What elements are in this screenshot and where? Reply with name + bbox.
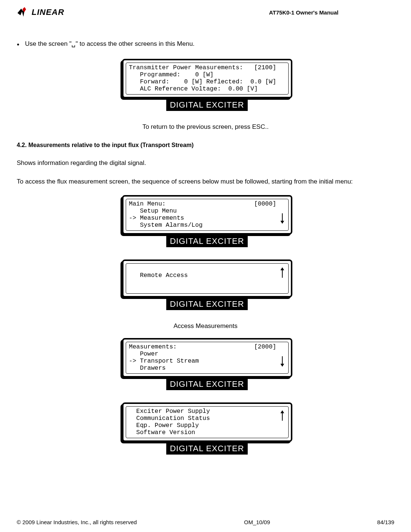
lcd-line: -> Measurements [129, 214, 184, 222]
lcd-line: Main Menu: [0000] [129, 200, 276, 207]
lcd-line: Software Version [129, 429, 195, 436]
caption-return: To return to the previous screen, press … [17, 123, 394, 131]
footer-doc-id: OM_10/09 [244, 519, 270, 525]
lcd-panel-main-menu: Main Menu: [0000] Setup Menu -> Measurem… [17, 195, 394, 248]
lcd-line: Exciter Power Supply [129, 408, 210, 415]
lcd-line: Forward: 0 [W] Reflected: 0.0 [W] [129, 78, 276, 85]
bullet-icon: ● [17, 40, 19, 47]
lcd-label: DIGITAL EXCITER [166, 379, 248, 390]
lcd-label: DIGITAL EXCITER [166, 236, 248, 247]
lcd-panel-measurements: Measurements: [2000] Power -> Transport … [17, 338, 394, 391]
body-text-2: To access the flux measurement screen, t… [17, 176, 394, 187]
lcd-line: Power [129, 350, 158, 357]
lcd-line: ALC Reference Voltage: 0.00 [V] [129, 85, 258, 92]
page-footer: © 2009 Linear Industries, Inc., all righ… [17, 519, 394, 525]
logo: LINEAR [17, 6, 64, 19]
footer-copyright: © 2009 Linear Industries, Inc., all righ… [17, 519, 137, 525]
lcd-line: Transmitter Power Measurements: [2100] [129, 64, 276, 71]
lcd-panel-remote-access: Remote Access DIGITAL EXCITER [17, 259, 394, 310]
footer-page-number: 84/139 [377, 519, 394, 525]
svg-marker-1 [280, 221, 284, 224]
lcd-line: Remote Access [129, 272, 188, 279]
lcd-line: Eqp. Power Supply [129, 422, 199, 429]
page-header: LINEAR AT75K0-1 Owner's Manual [17, 6, 394, 22]
svg-marker-3 [280, 267, 284, 270]
manual-title: AT75K0-1 Owner's Manual [269, 9, 394, 16]
svg-marker-7 [280, 410, 284, 413]
logo-text: LINEAR [32, 7, 64, 17]
arrow-up-icon [280, 410, 285, 423]
arrow-down-icon [280, 356, 285, 369]
svg-marker-5 [280, 364, 284, 367]
lcd-label: DIGITAL EXCITER [166, 443, 248, 455]
arrow-down-icon [280, 213, 285, 226]
lcd-line: Programmed: 0 [W] [129, 71, 214, 78]
intro-bullet: ● Use the screen "␣" to access the other… [17, 40, 394, 48]
lcd-label: DIGITAL EXCITER [166, 100, 248, 111]
lcd-panel-2100: Transmitter Power Measurements: [2100] P… [17, 59, 394, 111]
lcd-label: DIGITAL EXCITER [166, 299, 248, 310]
lcd-line: Drawers [129, 364, 166, 372]
intro-bullet-text: Use the screen "␣" to access the other s… [25, 40, 195, 48]
lcd-line: System Alarms/Log [129, 222, 203, 229]
section-heading-4-2: 4.2. Measurements relative to the input … [17, 142, 394, 149]
logo-mark-icon [17, 6, 30, 19]
lcd-line: Setup Menu [129, 207, 177, 214]
arrow-up-icon [280, 267, 285, 280]
lcd-line: Communication Status [129, 415, 210, 422]
lcd-panel-exciter: Exciter Power Supply Communication Statu… [17, 402, 394, 455]
body-text-1: Shows information regarding the digital … [17, 158, 394, 168]
lcd-line: -> Transport Stream [129, 357, 199, 364]
access-measurements-label: Access Measurements [17, 322, 394, 330]
lcd-line: Measurements: [2000] [129, 343, 276, 350]
